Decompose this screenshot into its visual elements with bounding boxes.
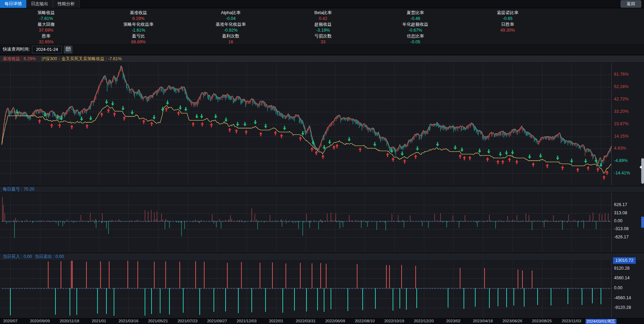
stat-value: -0.05 bbox=[369, 39, 461, 45]
max-buy-badge: 13010.72 bbox=[613, 257, 636, 264]
scrollbar-thumb[interactable] bbox=[641, 158, 644, 184]
tab-performance[interactable]: 性能分析 bbox=[53, 0, 80, 8]
x-axis-tick[interactable]: 2021/03/16 bbox=[118, 319, 138, 323]
stat-label: 超额收益 bbox=[277, 22, 369, 28]
y-axis-tick: -9120.28 bbox=[614, 305, 631, 310]
trade-chart-canvas[interactable] bbox=[0, 261, 644, 318]
stat-column: Beta比率0.42超额收益-3.19%亏损次数33 bbox=[277, 10, 369, 45]
y-axis-tick: 61.76% bbox=[614, 72, 629, 77]
query-row: 快速查询时间: bbox=[0, 44, 644, 55]
stat-cell: Alpha比率-0.04 bbox=[185, 10, 277, 21]
stat-value: -0.46 bbox=[369, 16, 461, 21]
stat-value: 49.30% bbox=[461, 28, 554, 33]
stat-cell: 基准收益6.29% bbox=[92, 10, 185, 21]
stat-label: 日胜率 bbox=[461, 22, 554, 28]
stat-column: Alpha比率-0.04基准年化收益率-0.92%盈利次数16 bbox=[185, 10, 277, 45]
stat-label: 信息比率 bbox=[369, 33, 461, 39]
legend-benchmark: 基准收益 : 6.29% bbox=[3, 56, 36, 62]
stat-label: 最大回撤 bbox=[0, 22, 92, 28]
stat-value: 37.69% bbox=[0, 28, 92, 33]
scrollbar-marker[interactable] bbox=[641, 217, 644, 228]
sell-title: 当日卖出 : 0.00 bbox=[35, 254, 64, 260]
x-axis-tick[interactable]: 2021/12/03 bbox=[237, 319, 257, 323]
x-axis-tick[interactable]: 2021/09/27 bbox=[207, 319, 227, 323]
stat-value: 16 bbox=[185, 39, 277, 45]
y-axis-tick: -626.17 bbox=[614, 235, 629, 239]
query-time-label: 快速查询时间: bbox=[3, 46, 30, 52]
x-axis-tick[interactable]: 2021/01 bbox=[92, 319, 106, 323]
x-axis: 2020/072020/09/092020/11/182021/012021/0… bbox=[0, 318, 644, 324]
y-axis-tick: -4.89% bbox=[614, 158, 628, 163]
x-axis-tick[interactable]: 2022/03/31 bbox=[296, 319, 316, 323]
x-axis-tick[interactable]: 2023/04/18 bbox=[473, 319, 493, 323]
y-axis-tick: 23.67% bbox=[614, 121, 629, 126]
stat-label: 亏损次数 bbox=[277, 33, 369, 39]
x-axis-tick[interactable]: 2021/05/21 bbox=[148, 319, 168, 323]
x-axis-tick[interactable]: 2023/02 bbox=[446, 319, 460, 323]
stat-cell: 胜率32.65% bbox=[0, 33, 92, 45]
tab-daily-detail[interactable]: 每日详情 bbox=[0, 0, 27, 8]
trade-chart-pane: 当日买入 : 0.00 当日卖出 : 0.00 9120.284560.140.… bbox=[0, 253, 644, 318]
tab-bar: 每日详情 日志输出 性能分析 返回 bbox=[0, 0, 644, 8]
stat-value: -7.61% bbox=[0, 16, 92, 21]
stat-cell: 盈利次数16 bbox=[185, 33, 277, 45]
back-button[interactable]: 返回 bbox=[621, 0, 641, 8]
x-axis-tick[interactable]: 2023/11/03 bbox=[562, 319, 581, 323]
x-axis-tick[interactable]: 2022/08/10 bbox=[355, 319, 375, 323]
stat-label: 夏普比率 bbox=[369, 10, 461, 16]
x-axis-tick[interactable]: 2022/06/09 bbox=[325, 319, 345, 323]
stat-value: -0.67% bbox=[369, 28, 461, 33]
y-axis-tick: 42.72% bbox=[614, 97, 629, 101]
stat-cell: 基准年化收益率-0.92% bbox=[185, 22, 277, 33]
x-axis-tick[interactable]: 2020/09/09 bbox=[30, 319, 50, 323]
stat-label: 索提诺比率 bbox=[461, 10, 554, 16]
stat-column: 夏普比率-0.46年化超额收益-0.67%信息比率-0.05 bbox=[369, 10, 461, 45]
stat-cell: Beta比率0.42 bbox=[277, 10, 369, 21]
stat-value: 32.65% bbox=[0, 39, 92, 45]
stat-label: 盈亏比 bbox=[92, 33, 185, 39]
stat-label: 基准收益 bbox=[92, 10, 185, 16]
stat-cell: 策略收益-7.61% bbox=[0, 10, 92, 21]
main-chart-canvas[interactable] bbox=[0, 63, 644, 186]
stat-label: 策略年化收益率 bbox=[92, 22, 185, 28]
y-axis-tick: 4.63% bbox=[614, 146, 626, 151]
x-axis-tick[interactable]: 2022/12/20 bbox=[414, 319, 434, 323]
x-axis-tick[interactable]: 2022/01 bbox=[269, 319, 283, 323]
stat-column: 策略收益-7.61%最大回撤37.69%胜率32.65% bbox=[0, 10, 92, 45]
stat-cell: 策略年化收益率-1.61% bbox=[92, 22, 185, 33]
stat-cell: 年化超额收益-0.67% bbox=[369, 22, 461, 33]
stat-value: 33 bbox=[277, 39, 369, 45]
x-axis-tick[interactable]: 2023/08/25 bbox=[532, 319, 552, 323]
query-date-input[interactable] bbox=[32, 46, 62, 53]
pnl-title: 每日盈亏 : 70.20 bbox=[3, 186, 34, 192]
stat-value: 88.89% bbox=[92, 39, 185, 45]
legend-strategy: 沪深300：金叉买死叉卖策略收益 : -7.61% bbox=[41, 56, 122, 62]
stat-label: 策略收益 bbox=[0, 10, 92, 16]
x-axis-tick[interactable]: 2020/07 bbox=[3, 319, 18, 323]
stat-label: Beta比率 bbox=[277, 10, 369, 16]
stat-label: 胜率 bbox=[0, 33, 92, 39]
tab-log-output[interactable]: 日志输出 bbox=[27, 0, 53, 8]
stat-cell: 亏损次数33 bbox=[277, 33, 369, 45]
x-axis-tick[interactable]: 2021/07/23 bbox=[178, 319, 198, 323]
y-axis-tick: -4560.14 bbox=[614, 295, 631, 300]
trade-chart-header: 当日买入 : 0.00 当日卖出 : 0.00 bbox=[0, 253, 644, 261]
y-axis-tick: 9120.28 bbox=[614, 266, 630, 271]
y-axis-tick: 313.08 bbox=[614, 210, 627, 215]
x-axis-tick[interactable]: 2020/11/18 bbox=[60, 319, 79, 323]
pnl-chart-canvas[interactable] bbox=[0, 193, 644, 253]
pnl-chart-header: 每日盈亏 : 70.20 bbox=[0, 186, 644, 193]
stat-cell: 日胜率49.30% bbox=[461, 22, 554, 33]
stat-label: 基准年化收益率 bbox=[185, 22, 277, 28]
app-window: 每日详情 日志输出 性能分析 返回 策略收益-7.61%最大回撤37.69%胜率… bbox=[0, 0, 644, 324]
main-chart-pane: 基准收益 : 6.29% 沪深300：金叉买死叉卖策略收益 : -7.61% 6… bbox=[0, 55, 644, 186]
stat-cell: 夏普比率-0.46 bbox=[369, 10, 461, 21]
calendar-button[interactable] bbox=[64, 46, 72, 53]
y-axis-tick: 0.00 bbox=[614, 285, 622, 290]
x-axis-tick-current[interactable]: 2024/03/01/周五 bbox=[585, 319, 616, 324]
stat-value: -3.19% bbox=[277, 28, 369, 33]
stat-label: 盈利次数 bbox=[185, 33, 277, 39]
y-axis-tick: -313.08 bbox=[614, 226, 629, 231]
x-axis-tick[interactable]: 2022/10/19 bbox=[384, 319, 404, 323]
x-axis-tick[interactable]: 2023/06/26 bbox=[502, 319, 522, 323]
